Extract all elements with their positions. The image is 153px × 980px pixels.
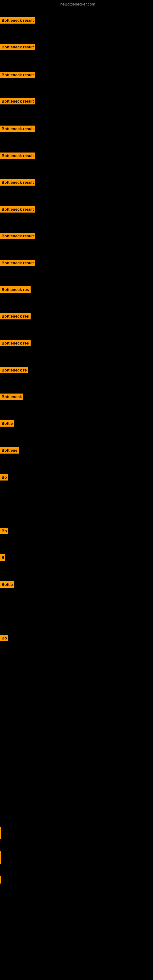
bottleneck-result-label: Bottleneck result bbox=[0, 233, 35, 239]
bottleneck-result-label: Bo bbox=[0, 528, 8, 534]
bottom-bar bbox=[0, 876, 1, 883]
bottleneck-result-label: Bottle bbox=[0, 420, 14, 426]
bottom-bar bbox=[0, 827, 1, 839]
bottleneck-result-label: B bbox=[0, 554, 5, 561]
bottleneck-result-label: Bottleneck result bbox=[0, 44, 35, 50]
bottleneck-result-label: Bo bbox=[0, 474, 8, 480]
bottleneck-result-label: Bottleneck result bbox=[0, 206, 35, 213]
bottleneck-result-label: Bottleneck res bbox=[0, 313, 30, 320]
bottleneck-result-label: Bottleneck result bbox=[0, 98, 35, 105]
bottleneck-result-label: Bottleneck result bbox=[0, 153, 35, 159]
bottleneck-result-label: Bottleneck bbox=[0, 393, 23, 400]
bottleneck-result-label: Bottleneck result bbox=[0, 126, 35, 132]
bottleneck-result-label: Bo bbox=[0, 635, 8, 641]
site-title: TheBottlenecker.com bbox=[0, 2, 153, 6]
bottleneck-result-label: Bottleneck result bbox=[0, 72, 35, 78]
bottleneck-result-label: Bottleneck result bbox=[0, 17, 35, 24]
bottleneck-result-label: Bottle bbox=[0, 581, 14, 588]
bottom-bar bbox=[0, 851, 1, 864]
bottleneck-result-label: Bottleneck result bbox=[0, 179, 35, 186]
bottleneck-result-label: Bottleneck re bbox=[0, 367, 28, 373]
bottleneck-result-label: Bottleneck res bbox=[0, 340, 30, 346]
bottleneck-result-label: Bottlene bbox=[0, 447, 19, 453]
bottleneck-result-label: Bottleneck res bbox=[0, 286, 30, 293]
bottleneck-result-label: Bottleneck result bbox=[0, 260, 35, 266]
